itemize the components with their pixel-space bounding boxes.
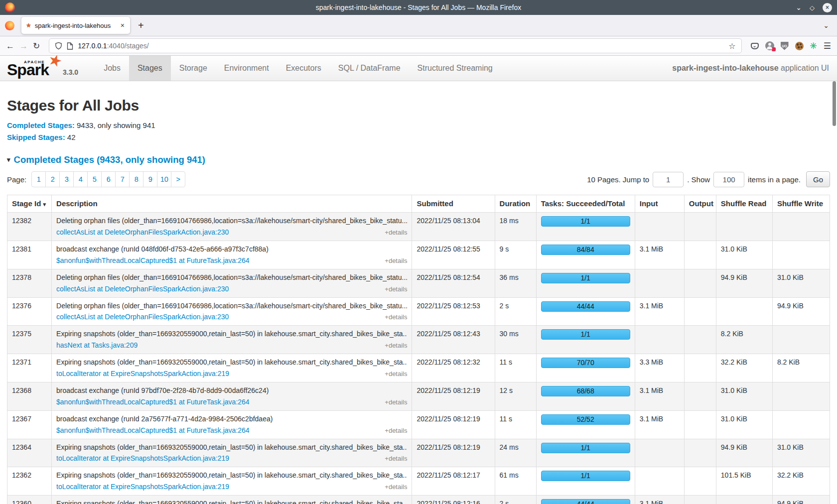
titlebar: spark-ingest-into-lakehouse - Stages for… bbox=[0, 0, 837, 15]
output-cell bbox=[684, 410, 716, 439]
stage-description: Deleting orphan files (older_than=166910… bbox=[56, 273, 407, 282]
table-row: 12375 Expiring snapshots (older_than=166… bbox=[7, 326, 830, 354]
close-button[interactable]: × bbox=[823, 3, 832, 12]
task-progress-bar: 1/1 bbox=[541, 471, 630, 481]
details-toggle[interactable]: +details bbox=[385, 370, 407, 378]
spark-wordmark: Spark bbox=[7, 61, 49, 79]
nav-item-stages[interactable]: Stages bbox=[129, 56, 171, 81]
page-button-8[interactable]: 8 bbox=[129, 171, 143, 187]
duration-cell: 2 s bbox=[495, 297, 536, 326]
description-cell: Expiring snapshots (older_than=166932055… bbox=[52, 467, 412, 496]
column-header-description[interactable]: Description bbox=[52, 195, 412, 213]
details-toggle[interactable]: +details bbox=[385, 228, 407, 237]
page-button-6[interactable]: 6 bbox=[101, 171, 116, 187]
stage-detail-link[interactable]: toLocalIterator at ExpireSnapshotsSparkA… bbox=[56, 482, 229, 492]
cookie-extension-icon[interactable] bbox=[795, 42, 804, 50]
go-button[interactable]: Go bbox=[806, 171, 830, 187]
reload-button[interactable]: ↻ bbox=[33, 42, 40, 50]
menu-icon[interactable]: ☰ bbox=[824, 41, 831, 51]
shuffle-read-cell: 8.2 KiB bbox=[716, 326, 772, 354]
details-toggle[interactable]: +details bbox=[385, 426, 407, 435]
back-button[interactable]: ← bbox=[6, 42, 14, 50]
page-button-2[interactable]: 2 bbox=[45, 171, 60, 187]
stage-description: broadcast exchange (runId 97bdf70e-2f28-… bbox=[56, 386, 407, 395]
page-button-7[interactable]: 7 bbox=[115, 171, 130, 187]
ublock-shield-icon[interactable]: UO bbox=[781, 42, 789, 50]
nav-item-structured-streaming[interactable]: Structured Streaming bbox=[409, 56, 501, 81]
details-toggle[interactable]: +details bbox=[385, 454, 407, 463]
skipped-stages-link[interactable]: Skipped Stages: bbox=[7, 133, 65, 141]
list-all-tabs-icon[interactable]: ⌄ bbox=[823, 21, 832, 29]
new-tab-button[interactable]: + bbox=[134, 20, 148, 31]
stage-detail-link[interactable]: $anonfun$withThreadLocalCaptured$1 at Fu… bbox=[56, 256, 250, 265]
page-button-10[interactable]: 10 bbox=[157, 171, 171, 187]
scrollbar-thumb[interactable] bbox=[833, 81, 836, 126]
stage-detail-link[interactable]: toLocalIterator at ExpireSnapshotsSparkA… bbox=[56, 369, 229, 378]
details-toggle[interactable]: +details bbox=[385, 483, 407, 492]
profile-icon[interactable] bbox=[765, 41, 774, 50]
submitted-cell: 2022/11/25 08:12:32 bbox=[412, 354, 495, 382]
details-toggle[interactable]: +details bbox=[385, 256, 407, 265]
column-header-submitted[interactable]: Submitted bbox=[412, 195, 495, 213]
spark-logo[interactable]: APACHE Spark ★ bbox=[7, 56, 59, 79]
maximize-button[interactable]: ◇ bbox=[810, 4, 815, 11]
column-header-shuffle-write[interactable]: Shuffle Write bbox=[772, 195, 830, 213]
url-path: :4040/stages/ bbox=[107, 42, 149, 50]
details-toggle[interactable]: +details bbox=[385, 313, 407, 322]
details-toggle[interactable]: +details bbox=[385, 398, 407, 407]
page-button-5[interactable]: 5 bbox=[87, 171, 102, 187]
stage-detail-link[interactable]: $anonfun$withThreadLocalCaptured$1 at Fu… bbox=[56, 397, 250, 407]
stage-detail-link[interactable]: collectAsList at DeleteOrphanFilesSparkA… bbox=[56, 312, 229, 322]
tab-close-icon[interactable]: × bbox=[120, 21, 126, 29]
completed-stages-link[interactable]: Completed Stages: bbox=[7, 121, 75, 129]
details-toggle[interactable]: +details bbox=[385, 285, 407, 294]
nav-item-executors[interactable]: Executors bbox=[278, 56, 330, 81]
column-header-shuffle-read[interactable]: Shuffle Read bbox=[716, 195, 772, 213]
completed-stages-section-toggle[interactable]: ▾Completed Stages (9433, only showing 94… bbox=[7, 154, 830, 165]
stage-detail-link[interactable]: collectAsList at DeleteOrphanFilesSparkA… bbox=[56, 228, 229, 237]
page-button-9[interactable]: 9 bbox=[143, 171, 157, 187]
page-title: Stages for All Jobs bbox=[7, 97, 830, 114]
table-header-row: Stage Id ▾ Description Submitted Duratio… bbox=[7, 195, 830, 213]
duration-cell: 30 ms bbox=[495, 326, 536, 354]
browser-tab[interactable]: ★ spark-ingest-into-lakehous × bbox=[21, 17, 130, 34]
column-header-input[interactable]: Input bbox=[635, 195, 684, 213]
page-button-4[interactable]: 4 bbox=[73, 171, 88, 187]
output-cell bbox=[684, 354, 716, 382]
url-bar[interactable]: 127.0.0.1:4040/stages/ ☆ bbox=[49, 38, 741, 53]
stage-detail-link[interactable]: hasNext at Tasks.java:209 bbox=[56, 341, 138, 350]
minimize-button[interactable]: ⌄ bbox=[796, 4, 802, 11]
column-header-tasks[interactable]: Tasks: Succeeded/Total bbox=[536, 195, 635, 213]
column-header-output[interactable]: Output bbox=[684, 195, 716, 213]
page-button-3[interactable]: 3 bbox=[59, 171, 74, 187]
table-row: 12364 Expiring snapshots (older_than=166… bbox=[7, 439, 830, 467]
task-progress-bar: 1/1 bbox=[541, 443, 630, 453]
page-info-icon[interactable] bbox=[67, 42, 73, 50]
page-button-1[interactable]: 1 bbox=[31, 171, 46, 187]
stage-detail-link[interactable]: collectAsList at DeleteOrphanFilesSparkA… bbox=[56, 284, 229, 294]
spark-favicon-icon: ★ bbox=[26, 22, 31, 28]
items-per-page-input[interactable] bbox=[713, 172, 744, 187]
nav-item-sql-dataframe[interactable]: SQL / DataFrame bbox=[330, 56, 409, 81]
nav-item-jobs[interactable]: Jobs bbox=[95, 56, 129, 81]
table-row: 12368 broadcast exchange (runId 97bdf70e… bbox=[7, 382, 830, 410]
show-label: . Show bbox=[687, 175, 710, 184]
details-toggle[interactable]: +details bbox=[385, 341, 407, 350]
nav-item-storage[interactable]: Storage bbox=[171, 56, 216, 81]
stage-detail-link[interactable]: toLocalIterator at ExpireSnapshotsSparkA… bbox=[56, 454, 229, 463]
bookmark-star-icon[interactable]: ☆ bbox=[728, 41, 735, 51]
extension-asterisk-icon[interactable]: ✳ bbox=[810, 42, 817, 50]
shield-icon[interactable] bbox=[55, 42, 62, 50]
shuffle-write-cell bbox=[772, 410, 830, 439]
shuffle-write-cell bbox=[772, 241, 830, 269]
nav-item-environment[interactable]: Environment bbox=[216, 56, 278, 81]
pocket-icon[interactable]: ⌄ bbox=[751, 43, 759, 49]
shuffle-read-cell bbox=[716, 213, 772, 241]
jump-to-page-input[interactable] bbox=[653, 172, 684, 187]
column-header-stage-id[interactable]: Stage Id ▾ bbox=[7, 195, 52, 213]
input-cell: 3.1 MiB bbox=[635, 496, 684, 504]
firefox-view-icon[interactable] bbox=[5, 21, 14, 30]
next-page-button[interactable]: > bbox=[171, 171, 185, 187]
stage-detail-link[interactable]: $anonfun$withThreadLocalCaptured$1 at Fu… bbox=[56, 426, 250, 435]
column-header-duration[interactable]: Duration bbox=[495, 195, 536, 213]
